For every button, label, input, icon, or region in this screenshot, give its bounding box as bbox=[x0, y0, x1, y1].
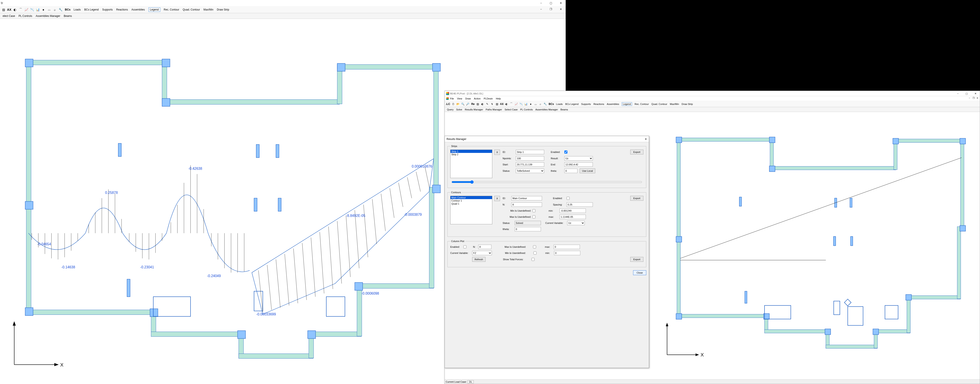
contours-max-ud-checkbox[interactable] bbox=[532, 215, 535, 218]
menu-action[interactable]: Action bbox=[474, 97, 481, 100]
toolbar2-paths-mgr[interactable]: Paths Manager bbox=[486, 108, 502, 111]
tool-icon-r7[interactable]: ⌒ bbox=[509, 102, 514, 106]
toolbar-btn-supports[interactable]: Supports bbox=[581, 103, 591, 105]
tool-icon-r2[interactable]: ◐ bbox=[480, 102, 485, 106]
toolbar2-assemblies-mgr[interactable]: Assemblies Manager bbox=[36, 14, 60, 18]
tool-icon-zoom[interactable]: 🔍 bbox=[461, 102, 465, 106]
tool-icon-arc3[interactable]: ⌕ bbox=[52, 7, 57, 12]
tool-icon-wrench[interactable]: 🔧 bbox=[58, 7, 63, 12]
tool-icon-search[interactable]: 🔎 bbox=[466, 102, 470, 106]
toolbar-btn-legend[interactable]: Legend bbox=[622, 102, 632, 106]
list-item[interactable]: Main Contour bbox=[450, 196, 492, 199]
tool-icon-chart2[interactable]: 📉 bbox=[29, 7, 35, 12]
toolbar-btn-quad-contour[interactable]: Quad. Contour bbox=[652, 103, 667, 105]
close-icon[interactable]: ✕ bbox=[556, 0, 566, 6]
menu-file[interactable]: File bbox=[450, 97, 454, 100]
strips-result-select[interactable]: Uz bbox=[564, 156, 593, 161]
tool-icon-r8[interactable]: 📈 bbox=[514, 102, 519, 106]
cp-min-input[interactable] bbox=[554, 251, 580, 255]
strips-status-select[interactable]: ToBeSolved bbox=[516, 169, 544, 173]
cp-max-input[interactable] bbox=[554, 245, 580, 249]
tool-icon-open[interactable]: 📂 bbox=[456, 102, 460, 106]
contours-itheta-input[interactable] bbox=[515, 227, 541, 231]
toolbar-btn-rec-contour[interactable]: Rec. Contour bbox=[635, 103, 649, 105]
tool-icon-r5[interactable]: ▨ bbox=[495, 102, 499, 106]
contours-max-input[interactable] bbox=[560, 215, 586, 219]
dialog-close-icon[interactable]: ✕ bbox=[644, 137, 648, 141]
tool-icon-arc2[interactable]: ⌓ bbox=[46, 7, 52, 12]
menu-view[interactable]: View bbox=[457, 97, 462, 100]
toolbar-btn-maxmin[interactable]: Max/Min bbox=[204, 8, 213, 11]
tool-icon-r14[interactable]: 🔧 bbox=[543, 102, 547, 106]
strips-theta-input[interactable] bbox=[564, 169, 578, 173]
strips-remove-button[interactable]: X bbox=[494, 150, 500, 155]
contours-listbox[interactable]: Main Contour Contour 1 Quad 1 bbox=[450, 196, 492, 224]
cp-enabled-checkbox[interactable] bbox=[463, 245, 466, 249]
cp-refresh-button[interactable]: Refresh bbox=[472, 257, 485, 262]
toolbar-btn-supports[interactable]: Supports bbox=[102, 8, 113, 11]
strips-enabled-checkbox[interactable] bbox=[564, 150, 567, 153]
toolbar-btn-bcs-legend[interactable]: BCs Legend bbox=[84, 8, 99, 11]
strips-npoints-input[interactable] bbox=[516, 156, 544, 161]
toolbar2-beams[interactable]: Beams bbox=[560, 108, 568, 111]
contours-n-input[interactable] bbox=[511, 202, 542, 207]
mdi-restore-icon[interactable]: ❐ bbox=[972, 97, 975, 100]
minimize-icon[interactable]: − bbox=[536, 0, 546, 6]
toolbar-btn-assemblies[interactable]: Assemblies bbox=[131, 8, 145, 11]
mdi-min-icon[interactable]: − bbox=[536, 6, 546, 12]
toolbar2-beams[interactable]: Beams bbox=[64, 14, 72, 18]
list-item[interactable]: Strip 2 bbox=[450, 153, 492, 156]
strips-end-input[interactable] bbox=[564, 163, 593, 167]
tool-icon-chart1[interactable]: 📈 bbox=[24, 7, 29, 12]
tool-icon-circle[interactable]: ◐ bbox=[12, 7, 18, 12]
list-item[interactable]: Contour 1 bbox=[450, 199, 492, 202]
toolbar-btn-maxmin[interactable]: Max/Min bbox=[670, 103, 679, 105]
contours-curvar-select[interactable]: Uz bbox=[567, 221, 585, 225]
toolbar-btn-rec-contour[interactable]: Rec. Contour bbox=[164, 8, 179, 11]
tool-icon-r10[interactable]: 📊 bbox=[523, 102, 528, 106]
mdi-min-icon[interactable]: − bbox=[967, 97, 972, 100]
toolbar-btn-quad-contour[interactable]: Quad. Contour bbox=[183, 8, 200, 11]
toolbar-btn-bcs-legend[interactable]: BCs Legend bbox=[565, 103, 579, 105]
tool-icon-r6[interactable]: ◐ bbox=[504, 102, 509, 106]
tool-icon-r3[interactable]: ✎ bbox=[485, 102, 490, 106]
toolbar-btn-reactions[interactable]: Reactions bbox=[593, 103, 604, 105]
mdi-restore-icon[interactable]: ❐ bbox=[546, 6, 556, 12]
tool-icon-r11[interactable]: ● bbox=[528, 102, 533, 106]
minimize-icon[interactable]: − bbox=[953, 91, 962, 96]
tool-icon-r12[interactable]: ⌓ bbox=[533, 102, 538, 106]
tool-icon-bomb[interactable]: ● bbox=[41, 7, 46, 12]
toolbar-btn-legend[interactable]: Legend bbox=[148, 8, 160, 12]
tool-icon-chart3[interactable]: 📊 bbox=[35, 7, 40, 12]
contours-remove-button[interactable]: X bbox=[494, 196, 500, 201]
contours-export-button[interactable]: Export bbox=[630, 196, 643, 201]
cp-min-ud-checkbox[interactable] bbox=[533, 252, 536, 255]
tool-icon-arc[interactable]: ⌒ bbox=[18, 7, 23, 12]
close-icon[interactable]: ✕ bbox=[971, 91, 980, 96]
menu-help[interactable]: Help bbox=[496, 97, 501, 100]
mdi-close-icon[interactable]: ✕ bbox=[556, 6, 566, 12]
toolbar-btn-draw-strip[interactable]: Draw Strip bbox=[681, 103, 693, 105]
toolbar2-pl-controls[interactable]: PL Controls bbox=[19, 14, 32, 18]
strips-export-button[interactable]: Export bbox=[630, 150, 643, 155]
strips-start-input[interactable] bbox=[516, 163, 544, 167]
mdi-close-icon[interactable]: ✕ bbox=[975, 97, 979, 100]
list-item[interactable]: Quad 1 bbox=[450, 202, 492, 205]
maximize-icon[interactable]: ▢ bbox=[962, 91, 971, 96]
strips-listbox[interactable]: Strip 1 Strip 2 bbox=[450, 150, 492, 178]
toolbar-btn-assemblies[interactable]: Assemblies bbox=[607, 103, 619, 105]
cp-show-total-checkbox[interactable] bbox=[531, 258, 535, 261]
dialog-close-button[interactable]: Close bbox=[633, 270, 646, 275]
menu-pldesin[interactable]: PLDesin bbox=[484, 97, 493, 100]
strips-id-input[interactable] bbox=[516, 150, 544, 154]
list-item[interactable]: Strip 1 bbox=[450, 150, 492, 153]
tool-icon-r4[interactable]: ↯ bbox=[490, 102, 494, 106]
cp-n-input[interactable] bbox=[478, 245, 492, 249]
toolbar-btn-reactions[interactable]: Reactions bbox=[116, 8, 128, 11]
toolbar2-query[interactable]: Query bbox=[447, 108, 453, 111]
contours-min-input[interactable] bbox=[560, 209, 586, 213]
toolbar-btn-loads[interactable]: Loads bbox=[556, 103, 563, 105]
tool-icon-ax[interactable]: AX bbox=[6, 7, 12, 12]
toolbar-btn-draw-strip[interactable]: Draw Strip bbox=[217, 8, 229, 11]
tool-icon-1[interactable]: ▨ bbox=[1, 7, 6, 12]
